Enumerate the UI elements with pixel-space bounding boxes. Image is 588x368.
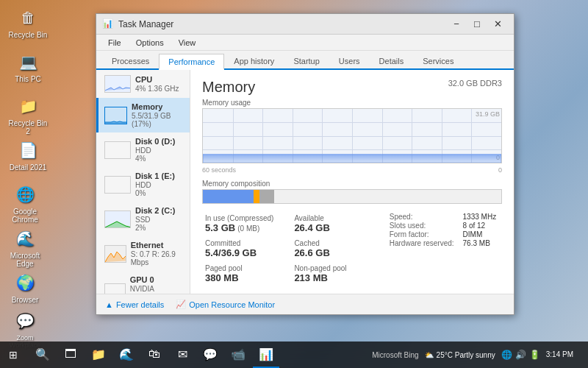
time-label-left: 60 seconds <box>202 166 236 174</box>
paged-value: 380 MB <box>205 272 273 283</box>
desktop-icon-chrome[interactable]: 🌐 Google Chrome <box>3 183 47 224</box>
tray-network-icon[interactable]: 🌐 <box>501 350 512 360</box>
weather-icon: ⛅ <box>425 351 434 359</box>
sidebar: CPU 4% 1.36 GHz Memory 5.5/31.9 GB (1 <box>96 70 190 294</box>
menu-options[interactable]: Options <box>130 37 170 49</box>
hw-value: 76.3 MB <box>463 239 497 247</box>
sidebar-item-gpu[interactable]: GPU 0 NVIDIA GeForce G...0% <box>96 271 190 294</box>
disk1-info: Disk 1 (E:) HDD0% <box>135 171 175 197</box>
folder-icon: 📁 <box>16 94 40 118</box>
start-button[interactable]: ⊞ <box>0 342 26 368</box>
taskbar: ⊞ 🔍 🗖 📁 🌊 🛍 ✉ 💬 📹 📊 Microsoft Bing ⛅ 25°… <box>0 342 588 368</box>
nonpaged-label: Non-paged pool <box>294 264 362 272</box>
tray-battery-icon[interactable]: 🔋 <box>529 350 540 360</box>
memory-info: Memory 5.5/31.9 GB (17%) <box>132 102 184 128</box>
cpu-usage: 4% 1.36 GHz <box>135 85 179 93</box>
desktop-icon-label: Detail 2021 <box>10 163 47 171</box>
bottom-bar: ▲ Fewer details 📈 Open Resource Monitor <box>96 294 514 314</box>
maximize-button[interactable]: □ <box>467 16 487 32</box>
taskbar-clock[interactable]: 3:14 PM <box>546 350 573 360</box>
form-value: DIMM <box>463 230 497 238</box>
gpu-graph <box>104 283 126 294</box>
cpu-info: CPU 4% 1.36 GHz <box>135 75 179 93</box>
gpu-usage: NVIDIA GeForce G...0% <box>130 285 184 294</box>
chart-time-labels: 60 seconds 0 <box>202 166 502 174</box>
taskbar-mail[interactable]: ✉ <box>169 342 196 368</box>
tab-users[interactable]: Users <box>329 52 370 68</box>
desktop-icon-label: Google Chrome <box>3 208 47 224</box>
taskbar-search[interactable]: 🔍 <box>29 342 56 368</box>
desktop-icon-label: This PC <box>15 75 41 83</box>
taskbar-edge[interactable]: 🌊 <box>113 342 140 368</box>
panel-header: Memory 32.0 GB DDR3 <box>202 79 502 96</box>
start-icon: ⊞ <box>9 349 18 361</box>
taskmanager-icon: 📊 <box>102 18 114 30</box>
menu-view[interactable]: View <box>173 37 202 49</box>
clock-time: 3:14 PM <box>546 350 573 360</box>
desktop-icon-folder[interactable]: 📁 Recycle Bin 2 <box>6 94 50 135</box>
cpu-graph <box>104 75 131 93</box>
fewer-details-link[interactable]: ▲ Fewer details <box>105 300 164 309</box>
speed-value: 1333 MHz <box>463 213 497 221</box>
disk1-usage: HDD0% <box>135 181 175 197</box>
memory-panel: Memory 32.0 GB DDR3 Memory usage <box>190 70 514 294</box>
taskbar-file-explorer[interactable]: 📁 <box>85 342 112 368</box>
tab-startup[interactable]: Startup <box>284 52 329 68</box>
taskbar-whatsapp[interactable]: 💬 <box>197 342 223 368</box>
sidebar-item-disk2[interactable]: Disk 2 (C:) SSD2% <box>96 202 190 236</box>
speed-label: Speed: <box>390 213 454 221</box>
tab-performance[interactable]: Performance <box>159 54 224 70</box>
stat-inuse: In use (Compressed) 5.3 GB (0 MB) <box>202 213 276 235</box>
committed-value: 5.4/36.9 GB <box>205 247 273 258</box>
taskbar-task-manager[interactable]: 📊 <box>253 342 279 368</box>
desktop-icon-label: Browser <box>12 296 39 304</box>
memory-usage-chart: 31.9 GB 0 <box>202 108 502 163</box>
close-button[interactable]: ✕ <box>487 16 508 32</box>
tab-processes[interactable]: Processes <box>102 52 159 68</box>
composition-label: Memory composition <box>202 180 502 188</box>
minimize-button[interactable]: − <box>446 16 467 32</box>
menu-file[interactable]: File <box>102 37 127 49</box>
sidebar-item-disk1[interactable]: Disk 1 (E:) HDD0% <box>96 167 190 202</box>
weather-display[interactable]: ⛅ 25°C Partly sunny <box>425 351 495 359</box>
desktop-icon-label: Recycle Bin <box>9 31 48 39</box>
desktop-icon-label: Recycle Bin 2 <box>6 119 50 135</box>
open-resource-monitor-link[interactable]: 📈 Open Resource Monitor <box>176 300 275 309</box>
sidebar-item-cpu[interactable]: CPU 4% 1.36 GHz <box>96 70 190 98</box>
desktop-icon-label: Microsoft Edge <box>3 252 47 268</box>
edge-icon: 🌊 <box>13 227 37 250</box>
gpu-label: GPU 0 <box>130 275 184 284</box>
sidebar-item-memory[interactable]: Memory 5.5/31.9 GB (17%) <box>96 98 190 132</box>
window-title: Task Manager <box>118 19 446 29</box>
desktop-icon-this-pc[interactable]: 💻 This PC <box>6 50 50 83</box>
desktop-icon-browser[interactable]: 🌍 Browser <box>3 271 47 304</box>
svg-marker-1 <box>203 155 501 163</box>
tab-details[interactable]: Details <box>370 52 414 68</box>
desktop-icon-detail[interactable]: 📄 Detail 2021 <box>6 138 50 171</box>
desktop-icon-edge[interactable]: 🌊 Microsoft Edge <box>3 227 47 268</box>
time-label-right: 0 <box>498 166 502 174</box>
monitor-icon: 📈 <box>176 300 186 309</box>
taskbar-store[interactable]: 🛍 <box>141 342 168 368</box>
cached-value: 26.6 GB <box>294 247 362 258</box>
taskbar-right: Microsoft Bing ⛅ 25°C Partly sunny 🌐 🔊 🔋… <box>372 350 588 360</box>
hw-label: Hardware reserved: <box>390 239 454 247</box>
tab-services[interactable]: Services <box>413 52 463 68</box>
stats-right: Speed: 1333 MHz Slots used: 8 of 12 Form… <box>390 213 496 285</box>
sidebar-item-disk0[interactable]: Disk 0 (D:) HDD4% <box>96 132 190 167</box>
desktop-icon-recycle-bin[interactable]: 🗑 Recycle Bin <box>6 6 50 39</box>
ethernet-usage: S: 0.7 R: 26.9 Mbps <box>131 250 184 266</box>
weather-text: 25°C Partly sunny <box>437 351 495 359</box>
tray-volume-icon[interactable]: 🔊 <box>515 350 526 360</box>
taskbar-zoom[interactable]: 📹 <box>225 342 251 368</box>
document-icon: 📄 <box>16 138 40 162</box>
resource-monitor-text: Open Resource Monitor <box>189 300 275 309</box>
taskbar-task-view[interactable]: 🗖 <box>57 342 84 368</box>
window-controls: − □ ✕ <box>446 16 508 32</box>
comp-bar-standby <box>259 190 274 203</box>
tab-apphistory[interactable]: App history <box>224 52 284 68</box>
stats-left: In use (Compressed) 5.3 GB (0 MB) Availa… <box>202 213 366 285</box>
slots-label: Slots used: <box>390 222 454 230</box>
sidebar-item-ethernet[interactable]: Ethernet S: 0.7 R: 26.9 Mbps <box>96 236 190 271</box>
chart-label: Memory usage <box>202 99 502 107</box>
